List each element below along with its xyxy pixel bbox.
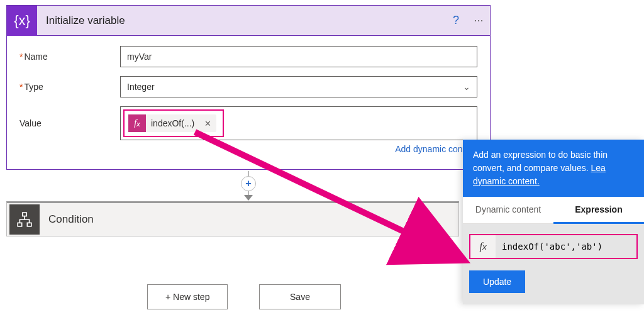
- svg-rect-0: [23, 213, 27, 216]
- condition-title: Condition: [48, 213, 94, 226]
- learn-more-link[interactable]: Lea: [591, 163, 606, 173]
- save-button[interactable]: Save: [259, 284, 341, 309]
- fx-icon: fx: [128, 114, 146, 132]
- chevron-down-icon: ⌄: [463, 82, 470, 92]
- type-select[interactable]: Integer ⌄: [120, 76, 477, 97]
- more-icon[interactable]: ···: [467, 9, 490, 32]
- card-header[interactable]: {x} Initialize variable ? ···: [7, 6, 490, 36]
- update-button[interactable]: Update: [469, 270, 525, 293]
- condition-card[interactable]: Condition: [6, 201, 459, 236]
- new-step-button[interactable]: + New step: [147, 284, 228, 309]
- type-value: Integer: [127, 82, 155, 92]
- svg-rect-1: [18, 223, 22, 226]
- tab-expression[interactable]: Expression: [553, 197, 644, 224]
- name-input[interactable]: myVar: [120, 46, 477, 67]
- add-step-icon[interactable]: +: [241, 176, 256, 191]
- add-dynamic-content-link[interactable]: Add dynamic content: [19, 144, 477, 162]
- name-label: *Name: [19, 52, 120, 62]
- expression-hint: Add an expression to do basic thin conve…: [463, 140, 644, 197]
- expression-tabs: Dynamic content Expression: [463, 197, 644, 224]
- initialize-variable-card: {x} Initialize variable ? ··· *Name myVa…: [6, 5, 491, 170]
- tab-dynamic-content[interactable]: Dynamic content: [463, 197, 553, 223]
- card-body: *Name myVar *Type Integer ⌄ Value fx ind…: [7, 36, 490, 169]
- value-label: Value: [19, 118, 120, 128]
- token-remove-icon[interactable]: ✕: [199, 119, 216, 128]
- card-title: Initialize variable: [46, 14, 125, 27]
- dynamic-content-link[interactable]: dynamic content.: [473, 176, 540, 186]
- value-input[interactable]: fx indexOf(...) ✕: [120, 106, 477, 140]
- svg-rect-2: [27, 223, 31, 226]
- flow-arrow-icon: [244, 195, 253, 201]
- fx-icon: fx: [470, 235, 496, 258]
- variable-icon: {x}: [7, 6, 37, 36]
- type-label: *Type: [19, 82, 120, 92]
- annotation-highlight-expression: fx indexOf('abc','ab'): [469, 234, 638, 259]
- expression-token[interactable]: fx indexOf(...) ✕: [128, 114, 216, 132]
- annotation-highlight-token: fx indexOf(...) ✕: [123, 109, 224, 137]
- condition-icon: [9, 204, 40, 235]
- token-text: indexOf(...): [146, 118, 199, 128]
- expression-panel: Add an expression to do basic thin conve…: [463, 140, 644, 304]
- help-icon[interactable]: ?: [445, 9, 467, 32]
- expression-input[interactable]: indexOf('abc','ab'): [496, 242, 609, 252]
